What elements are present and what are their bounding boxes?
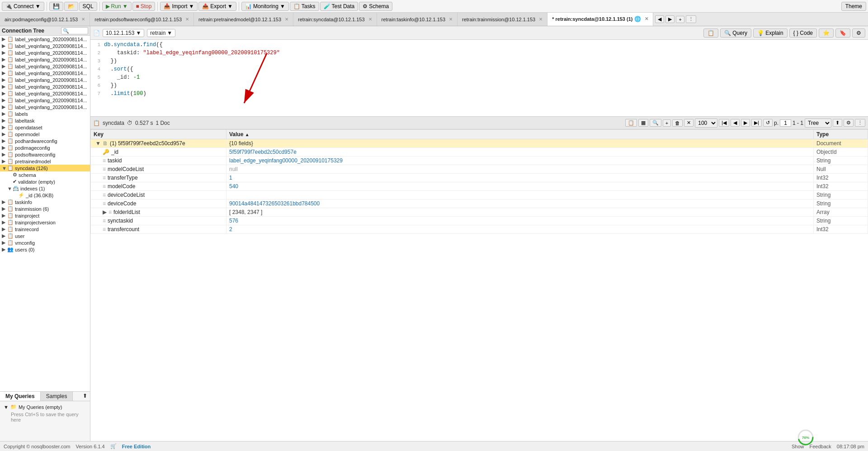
theme-button[interactable]: Theme: [841, 2, 866, 11]
tree-item-podsoftwareconfig[interactable]: ▶📋podsoftwareconfig: [0, 151, 90, 158]
tree-item-user[interactable]: ▶📋user: [0, 233, 90, 239]
save-button[interactable]: 💾: [49, 2, 63, 11]
tree-item[interactable]: ▶📋label_yeqinfang_20200908114...: [0, 97, 90, 104]
tab-syncdata-active[interactable]: * retrain:syncdata@10.12.1.153 (1) 🌐 ✕: [547, 13, 653, 26]
test-data-button[interactable]: 🧪 Test Data: [320, 2, 359, 11]
results-grid-btn[interactable]: ▦: [638, 119, 648, 127]
page-input[interactable]: [780, 119, 791, 127]
copy-button[interactable]: 📋: [703, 28, 718, 38]
bookmark-button[interactable]: 🔖: [835, 28, 850, 38]
tree-item-indexes[interactable]: ▼📇indexes (1): [0, 185, 90, 192]
connect-button[interactable]: 🔌 Connect ▼: [2, 2, 44, 11]
table-row[interactable]: ≡ transferType 1 Int32: [91, 174, 868, 182]
tab-close-icon[interactable]: ✕: [645, 16, 648, 21]
tree-item-opendataset[interactable]: ▶📋opendataset: [0, 124, 90, 131]
tree-item-labeltask[interactable]: ▶📋labeltask: [0, 117, 90, 124]
table-row[interactable]: ≡ deviceCodeList String: [91, 191, 868, 199]
tab-trainmission[interactable]: retrain:trainmission@10.12.1.153 ✕: [458, 13, 547, 26]
tree-item[interactable]: ▶📋label_yeqinfang_20200908114...: [0, 49, 90, 56]
tree-item[interactable]: ▶📋label_yeqinfang_20200908114...: [0, 70, 90, 76]
my-queries-folder[interactable]: ▼ 📁 My Queries (empty): [2, 403, 88, 411]
results-copy-btn[interactable]: 📋: [625, 119, 637, 127]
import-button[interactable]: 📥 Import ▼: [160, 2, 198, 11]
server-selector[interactable]: 10.12.1.153 ▼: [103, 29, 144, 37]
schema-button[interactable]: ⚙ Schema: [359, 2, 392, 11]
table-row[interactable]: ▶ ≡ folderIdList [ 2348, 2347 ] Array: [91, 208, 868, 217]
code-button[interactable]: { } Code: [789, 28, 817, 38]
table-row[interactable]: ≡ synctaskid 576 String: [91, 217, 868, 225]
table-row[interactable]: 🔑 _id 5f59f799f7eebd2c50cd957e ObjectId: [91, 148, 868, 157]
export-button[interactable]: 📤 Export ▼: [198, 2, 236, 11]
results-zoom-btn[interactable]: 🔍: [650, 119, 661, 127]
samples-tab[interactable]: Samples: [41, 392, 73, 401]
tree-item-labels[interactable]: ▶📋labels: [0, 110, 90, 117]
tree-item[interactable]: ▶📋label_yeqinfang_20200908114...: [0, 63, 90, 70]
table-row[interactable]: ≡ deviceCode 90014a484147326503261bbd784…: [91, 199, 868, 208]
tab-podsoftwareconfig[interactable]: retrain:podsoftwareconfig@10.12.1.153 ✕: [90, 13, 194, 26]
tab-close-icon[interactable]: ✕: [368, 17, 372, 22]
last-page-btn[interactable]: ▶|: [751, 119, 762, 127]
table-row[interactable]: ▼ 🗎 (1) 5f59f799f7eebd2c50cd957e {10 fie…: [91, 139, 868, 148]
tree-item[interactable]: ▶📋label_yeqinfang_20200908114...: [0, 36, 90, 43]
table-row[interactable]: ≡ modelCode 540 Int32: [91, 182, 868, 191]
tree-item-trainmission[interactable]: ▶📋trainmission (6): [0, 205, 90, 212]
run-button[interactable]: ▶ Run ▼: [102, 2, 132, 11]
next-page-btn[interactable]: ▶: [741, 119, 750, 127]
tab-syncdata-1[interactable]: retrain:syncdata@10.12.1.153 ✕: [293, 13, 377, 26]
tree-item[interactable]: ▶📋label_yeqinfang_20200908114...: [0, 43, 90, 49]
sql-button[interactable]: SQL: [79, 2, 97, 11]
my-queries-tab[interactable]: My Queries: [0, 392, 41, 401]
tree-item[interactable]: ▶📋label_yeqinfang_20200908114...: [0, 90, 90, 97]
open-button[interactable]: 📂: [64, 2, 78, 11]
table-row[interactable]: ≡ transfercount 2 Int32: [91, 225, 868, 234]
tree-item[interactable]: ▶📋label_yeqinfang_20200908114...: [0, 56, 90, 63]
tree-item-id-index[interactable]: ▶⚡_id (36.0KB): [0, 192, 90, 199]
tree-item-schema[interactable]: ▶⚙schema: [0, 171, 90, 178]
tab-scroll-left[interactable]: ◀: [655, 15, 664, 23]
tree-item-pretrainedmodel[interactable]: ▶📋pretrainedmodel: [0, 158, 90, 165]
tree-item-syncdata[interactable]: ▼📋syncdata (126): [0, 165, 90, 171]
stop-button[interactable]: ■ Stop: [132, 2, 156, 11]
explain-button[interactable]: 💡 Explain: [753, 28, 788, 38]
query-button[interactable]: 🔍 Query: [720, 28, 751, 38]
tree-item[interactable]: ▶📋label_yeqinfang_20200908114...: [0, 104, 90, 110]
database-selector[interactable]: retrain ▼: [147, 29, 175, 37]
tab-scroll-right[interactable]: ▶: [665, 15, 675, 23]
results-add-btn[interactable]: +: [663, 119, 671, 127]
tree-item-podimageconfig[interactable]: ▶📋podimageconfig: [0, 144, 90, 151]
expand-icon[interactable]: ▼: [95, 140, 101, 147]
refresh-btn[interactable]: ↺: [763, 119, 773, 127]
results-stop-btn[interactable]: ✕: [684, 119, 693, 127]
code-editor[interactable]: 1 db.syncdata.find({ 2 taskid: "label_ed…: [90, 40, 868, 117]
sidebar-search-input[interactable]: [61, 27, 88, 34]
tree-item-taskinfo[interactable]: ▶📋taskinfo: [0, 199, 90, 205]
tree-item-vmconfig[interactable]: ▶📋vmconfig: [0, 239, 90, 246]
tree-item-trainrecord[interactable]: ▶📋trainrecord: [0, 226, 90, 233]
tab-close-icon[interactable]: ✕: [285, 17, 288, 22]
tree-item[interactable]: ▶📋label_yeqinfang_20200908114...: [0, 83, 90, 90]
first-page-btn[interactable]: |◀: [719, 119, 729, 127]
star-button[interactable]: ⭐: [819, 28, 834, 38]
bottom-expand-icon[interactable]: ⬆: [80, 392, 90, 401]
view-mode-select[interactable]: Tree Table JSON: [805, 119, 831, 128]
export-results-btn[interactable]: ⬆: [833, 119, 842, 127]
tab-close-icon[interactable]: ✕: [449, 17, 453, 22]
results-options-btn[interactable]: ⚙: [844, 119, 854, 127]
tree-item-trainprojectversion[interactable]: ▶📋trainprojectversion: [0, 219, 90, 226]
table-row[interactable]: ≡ modelCodeList null Null: [91, 165, 868, 174]
settings-button[interactable]: ⚙: [852, 28, 865, 38]
page-size-select[interactable]: 100 200 500: [695, 119, 717, 128]
tab-podmageconfig[interactable]: ain:podmageconfig@10.12.1.153 ✕: [0, 13, 90, 26]
tree-item-users[interactable]: ▶👥users (0): [0, 246, 90, 253]
tab-close-icon[interactable]: ✕: [185, 17, 189, 22]
tree-item-validator[interactable]: ▶✔validator (empty): [0, 178, 90, 185]
tree-item[interactable]: ▶📋label_yeqinfang_20200908114...: [0, 76, 90, 83]
results-delete-btn[interactable]: 🗑: [672, 119, 683, 127]
tree-item-podhardwareconfig[interactable]: ▶📋podhardwareconfig: [0, 138, 90, 144]
tree-item-trainproject[interactable]: ▶📋trainproject: [0, 212, 90, 219]
tab-close-icon[interactable]: ✕: [539, 17, 542, 22]
prev-page-btn[interactable]: ◀: [731, 119, 740, 127]
monitoring-button[interactable]: 📊 Monitoring ▼: [241, 2, 289, 11]
tab-options[interactable]: ⋮: [686, 15, 696, 23]
tab-add[interactable]: +: [676, 16, 684, 23]
